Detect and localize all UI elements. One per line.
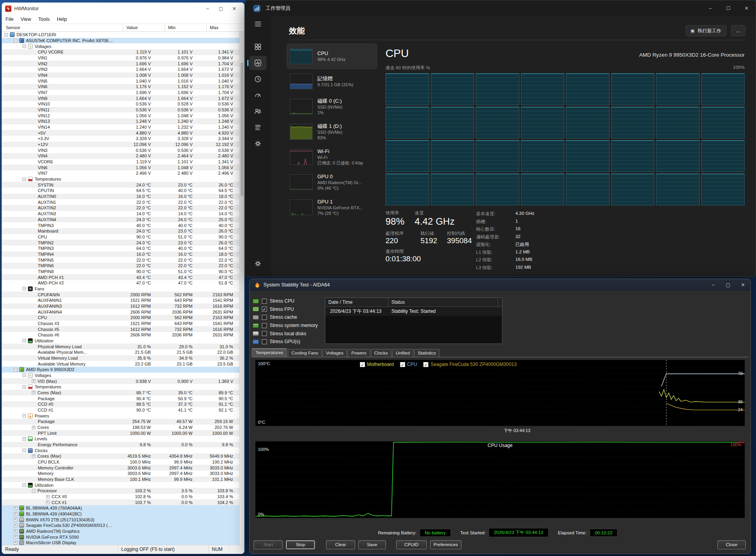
minimize-button[interactable]: – — [706, 279, 721, 290]
sensor-row[interactable]: TMPIN416.0 °C16.0 °C18.0 °C — [2, 251, 239, 257]
tab-statistics[interactable]: Statistics — [414, 349, 439, 357]
sensor-row[interactable]: CPUTIN64.5 °C40.0 °C64.5 °C — [2, 188, 239, 194]
collapse-icon[interactable]: − — [22, 449, 26, 452]
sensor-row[interactable]: −Powers — [2, 413, 239, 419]
sensor-row[interactable]: −Voltages — [2, 43, 239, 49]
sensor-row[interactable]: +Cores (Max)89.7 °C39.0 °C89.9 °C — [2, 390, 239, 396]
tab-cooling-fans[interactable]: Cooling Fans — [288, 349, 322, 357]
sensor-row[interactable]: Physical Memory Load31.0 %29.0 %31.0 % — [2, 344, 239, 349]
menu-item-help[interactable]: Help — [53, 17, 70, 22]
sensor-row[interactable]: SYSTIN24.0 °C23.0 °C26.0 °C — [2, 182, 239, 188]
sensor-row[interactable]: +CCX #0102.8 %0.0 %103.4 % — [2, 494, 239, 500]
checkbox-unchecked[interactable] — [262, 339, 267, 344]
close-button[interactable]: ✕ — [228, 3, 241, 14]
perf-item-memory[interactable]: 記憶體9.7/31.1 GB (31%) — [287, 69, 377, 94]
sensor-row[interactable]: AUXTIN122.0 °C22.0 °C22.0 °C — [2, 199, 239, 205]
log-column-datetime[interactable]: Date / Time — [325, 298, 388, 307]
preferences-button[interactable]: Preferences — [430, 540, 461, 549]
log-column-status[interactable]: Status — [388, 298, 498, 307]
sensor-row[interactable]: −Clocks — [2, 447, 239, 453]
collapse-icon[interactable]: − — [32, 489, 35, 493]
sensor-row[interactable]: VIN131.248 V1.240 V1.248 V — [2, 118, 239, 124]
sensor-row[interactable]: VCORE1.119 V1.101 V1.341 V — [2, 159, 239, 165]
minimize-button[interactable]: – — [701, 1, 719, 16]
collapse-icon[interactable]: − — [22, 414, 26, 417]
sidebar-item-details[interactable] — [249, 120, 267, 135]
sensor-row[interactable]: Chassis #62606 RPM2036 RPM2631 RPM — [2, 332, 239, 338]
sensor-row[interactable]: VIN21.696 V1.696 V1.704 V — [2, 61, 239, 66]
close-button[interactable]: ✕ — [737, 1, 756, 16]
sidebar-item-processes[interactable] — [249, 40, 267, 54]
tab-powers[interactable]: Powers — [348, 349, 370, 357]
sensor-row[interactable]: +MacroSilicon USB Display — [2, 540, 239, 545]
checkbox-checked[interactable]: ✓ — [400, 362, 405, 367]
maximize-button[interactable]: ▢ — [214, 3, 228, 14]
sensor-row[interactable]: AUXFANIN42606 RPM2036 RPM2631 RPM — [2, 309, 239, 315]
collapse-icon[interactable]: − — [22, 287, 26, 290]
collapse-icon[interactable]: − — [22, 483, 26, 487]
sensor-row[interactable]: −Utilization — [2, 338, 239, 344]
sensor-row[interactable]: Memory Controller3003.6 MHz2997.4 MHz303… — [2, 465, 239, 471]
sidebar-item-app-history[interactable] — [249, 72, 267, 86]
sensor-row[interactable]: VIN30.536 V0.536 V0.536 V — [2, 147, 239, 153]
expand-icon[interactable]: + — [32, 379, 35, 383]
sensor-row[interactable]: AUXTIN424.0 °C24.0 °C25.0 °C — [2, 217, 239, 223]
sensor-row[interactable]: TMPIN224.0 °C23.0 °C26.0 °C — [2, 240, 239, 246]
sensor-row[interactable]: −Temperatures — [2, 384, 239, 390]
sensor-row[interactable]: +5V4.880 V4.880 V4.920 V — [2, 130, 239, 136]
tab-temperatures[interactable]: Temperatures — [252, 348, 287, 357]
perf-item-cpu[interactable]: CPU98% 4.42 GHz — [287, 44, 377, 69]
sensor-row[interactable]: TMPIN890.0 °C51.0 °C90.0 °C — [2, 269, 239, 275]
sensor-row[interactable]: −Processor103.2 %3.5 %103.8 % — [2, 488, 239, 494]
tab-unified[interactable]: Unified — [392, 349, 413, 357]
sensor-row[interactable]: +Seagate FireCuda 530 ZP4000GM30013 (7VS… — [2, 523, 239, 528]
column-sensor[interactable]: Sensor — [2, 24, 123, 31]
perf-item-gpu0[interactable]: GPU 0AMD Radeon(TM) Gr...0% (46 °C) — [287, 170, 377, 195]
checkbox-unchecked[interactable] — [262, 323, 267, 328]
sensor-row[interactable]: PPT Limit1000.00 W1000.00 W1000.00 W — [2, 430, 239, 436]
column-max[interactable]: Max — [207, 24, 244, 31]
expand-icon[interactable]: + — [14, 530, 17, 533]
sensor-row[interactable]: −Levels — [2, 436, 239, 442]
sensor-row[interactable]: AUXTIN016.0 °C16.0 °C18.0 °C — [2, 194, 239, 199]
expand-icon[interactable]: + — [32, 454, 35, 458]
checkbox-checked[interactable]: ✓ — [360, 362, 365, 367]
collapse-icon[interactable]: − — [22, 44, 26, 48]
tab-clocks[interactable]: Clocks — [371, 349, 392, 357]
maximize-button[interactable]: ▢ — [721, 279, 736, 290]
sidebar-item-services[interactable] — [249, 137, 267, 151]
sensor-row[interactable]: Energy Performance9.8 %0.0 %9.8 % — [2, 442, 239, 448]
sensor-row[interactable]: +Cores (Max)4519.5 MHz4354.8 MHz5649.9 M… — [2, 453, 239, 459]
sensor-row[interactable]: Package254.75 W49.57 W259.15 W — [2, 419, 239, 425]
sensor-row[interactable]: +CCX #1103.7 %0.0 %104.2 % — [2, 499, 239, 505]
expand-icon[interactable]: + — [14, 524, 17, 527]
menu-item-file[interactable]: File — [2, 17, 17, 22]
sensor-row[interactable]: +NVIDIA GeForce RTX 5090 — [2, 534, 239, 540]
sensor-row[interactable]: AUXTIN314.0 °C14.0 °C14.0 °C — [2, 211, 239, 217]
sensor-row[interactable]: TMPIN522.0 °C22.0 °C22.0 °C — [2, 257, 239, 263]
checkbox-unchecked[interactable] — [262, 331, 267, 336]
menu-item-view[interactable]: View — [17, 17, 35, 22]
expand-icon[interactable]: + — [14, 518, 17, 521]
sensor-row[interactable]: VIN141.240 V1.232 V1.240 V — [2, 124, 239, 130]
collapse-icon[interactable]: − — [14, 39, 17, 42]
sensor-row[interactable]: VIN121.056 V1.048 V1.056 V — [2, 113, 239, 118]
scrollbar-thumb[interactable] — [241, 63, 243, 196]
expand-icon[interactable]: + — [14, 535, 17, 539]
sensor-row[interactable]: CPUFANIN2000 RPM562 RPM2163 RPM — [2, 292, 239, 297]
perf-item-gpu1[interactable]: GPU 1NVIDIA GeForce RTX...7% (28 °C) — [287, 195, 377, 220]
checkbox-checked[interactable]: ✓ — [423, 362, 428, 367]
sidebar-item-performance[interactable] — [249, 56, 267, 70]
checkbox-unchecked[interactable] — [262, 315, 267, 320]
sensor-row[interactable]: Virtual Memory Load35.9 %34.9 %36.2 % — [2, 355, 239, 361]
perf-item-wifi[interactable]: Wi-FiWi-Fi已傳送: 0 已接收: 0 Kbp — [287, 144, 377, 170]
sensor-row[interactable]: +Cores198.53 W6.24 W202.76 W — [2, 425, 239, 430]
collapse-icon[interactable]: − — [22, 385, 26, 389]
sensor-row[interactable]: CPU90.0 °C51.0 °C90.0 °C — [2, 234, 239, 240]
perf-item-disk0[interactable]: 磁碟 0 (C:)SSD (NVMe)1% — [287, 94, 377, 119]
expand-icon[interactable]: + — [14, 541, 17, 545]
sensor-row[interactable]: −DESKTOP-LD71ERI — [2, 32, 239, 38]
minimize-button[interactable]: – — [201, 3, 214, 14]
sensor-row[interactable]: VIN61.056 V1.048 V1.056 V — [2, 164, 239, 170]
sensor-row[interactable]: VIN72.496 V2.480 V2.496 V — [2, 170, 239, 176]
